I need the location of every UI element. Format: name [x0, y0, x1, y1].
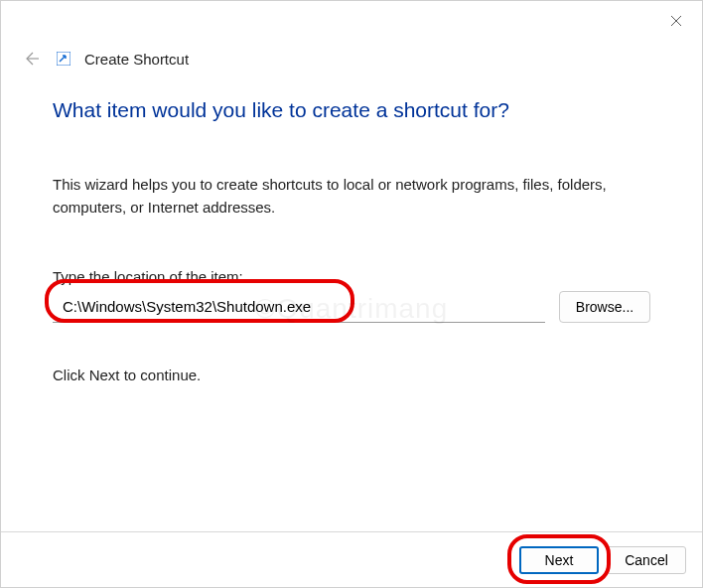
button-bar: Next Cancel [1, 531, 702, 587]
continue-instruction: Click Next to continue. [53, 367, 650, 383]
cancel-button[interactable]: Cancel [607, 546, 686, 574]
dialog-header: Create Shortcut [1, 1, 702, 69]
dialog-content: What item would you like to create a sho… [1, 69, 702, 383]
input-row: Browse... [53, 291, 650, 323]
create-shortcut-dialog: Create Shortcut What item would you like… [0, 0, 703, 588]
wizard-description: This wizard helps you to create shortcut… [53, 174, 650, 219]
main-heading: What item would you like to create a sho… [53, 98, 650, 122]
location-input[interactable] [53, 291, 545, 323]
close-icon [670, 15, 682, 27]
shortcut-icon [57, 52, 70, 66]
close-button[interactable] [668, 13, 684, 29]
back-button[interactable] [21, 49, 41, 69]
next-button[interactable]: Next [519, 546, 599, 574]
browse-button[interactable]: Browse... [559, 291, 650, 323]
location-label: Type the location of the item: [53, 268, 650, 285]
dialog-title: Create Shortcut [84, 51, 189, 68]
back-arrow-icon [21, 49, 41, 69]
